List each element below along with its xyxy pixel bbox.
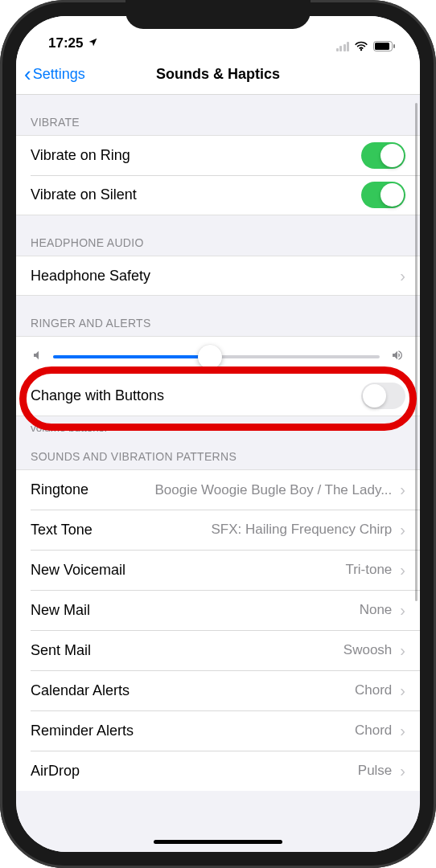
speaker-high-icon — [389, 349, 405, 365]
chevron-left-icon: ‹ — [24, 63, 31, 84]
calendar-alerts-value: Chord — [130, 682, 392, 698]
volume-slider-thumb[interactable] — [198, 345, 222, 369]
chevron-right-icon: › — [400, 561, 405, 579]
chevron-right-icon: › — [400, 601, 405, 620]
section-header-patterns: SOUNDS AND VIBRATION PATTERNS — [16, 436, 420, 469]
calendar-alerts-label: Calendar Alerts — [31, 682, 130, 699]
chevron-right-icon: › — [400, 762, 405, 780]
row-ringtone[interactable]: Ringtone Boogie Woogie Bugle Boy / The L… — [16, 469, 420, 510]
settings-content[interactable]: VIBRATE Vibrate on Ring Vibrate on Silen… — [16, 95, 420, 852]
chevron-right-icon: › — [400, 481, 405, 499]
row-text-tone[interactable]: Text Tone SFX: Hailing Frequency Chirp › — [16, 510, 420, 550]
notch — [125, 0, 311, 29]
change-with-buttons-label: Change with Buttons — [31, 387, 164, 404]
change-with-buttons-toggle[interactable] — [361, 383, 405, 409]
vibrate-ring-label: Vibrate on Ring — [31, 147, 130, 164]
vibrate-silent-label: Vibrate on Silent — [31, 186, 137, 203]
reminder-alerts-value: Chord — [134, 723, 392, 739]
row-vibrate-on-silent[interactable]: Vibrate on Silent — [16, 175, 420, 215]
headphone-safety-label: Headphone Safety — [31, 268, 150, 285]
wifi-icon — [354, 41, 368, 51]
row-headphone-safety[interactable]: Headphone Safety › — [16, 256, 420, 296]
battery-icon — [373, 41, 396, 51]
nav-header: ‹ Settings Sounds & Haptics — [16, 55, 420, 95]
row-airdrop[interactable]: AirDrop Pulse › — [16, 751, 420, 791]
text-tone-label: Text Tone — [31, 522, 93, 538]
row-change-with-buttons[interactable]: Change with Buttons — [16, 376, 420, 416]
phone-frame: 17:25 ‹ Settings Sounds & Hapti — [0, 0, 436, 868]
chevron-right-icon: › — [400, 722, 405, 740]
chevron-right-icon: › — [400, 521, 405, 539]
volume-slider[interactable] — [53, 355, 380, 358]
section-header-vibrate: VIBRATE — [16, 95, 420, 135]
new-mail-value: None — [90, 602, 392, 618]
vibrate-silent-toggle[interactable] — [361, 182, 405, 208]
row-new-voicemail[interactable]: New Voicemail Tri-tone › — [16, 550, 420, 590]
new-mail-label: New Mail — [31, 602, 90, 619]
ringer-footer-note: volume buttons. — [16, 416, 420, 436]
chevron-right-icon: › — [400, 267, 405, 285]
svg-rect-2 — [393, 44, 395, 48]
svg-rect-1 — [375, 43, 389, 50]
row-sent-mail[interactable]: Sent Mail Swoosh › — [16, 630, 420, 670]
row-volume-slider[interactable] — [16, 336, 420, 376]
status-time: 17:25 — [48, 35, 83, 51]
ringtone-value: Boogie Woogie Bugle Boy / The Lady... — [88, 482, 392, 498]
chevron-right-icon: › — [400, 641, 405, 660]
sent-mail-label: Sent Mail — [31, 642, 91, 659]
reminder-alerts-label: Reminder Alerts — [31, 723, 134, 739]
row-reminder-alerts[interactable]: Reminder Alerts Chord › — [16, 710, 420, 751]
back-label: Settings — [33, 66, 85, 83]
airdrop-label: AirDrop — [31, 763, 80, 780]
airdrop-value: Pulse — [80, 763, 392, 779]
back-button[interactable]: ‹ Settings — [16, 65, 85, 84]
row-calendar-alerts[interactable]: Calendar Alerts Chord › — [16, 670, 420, 710]
home-indicator[interactable] — [154, 840, 282, 844]
section-header-headphone: HEADPHONE AUDIO — [16, 215, 420, 256]
row-vibrate-on-ring[interactable]: Vibrate on Ring — [16, 135, 420, 175]
location-icon — [88, 37, 98, 50]
row-new-mail[interactable]: New Mail None › — [16, 590, 420, 630]
vibrate-ring-toggle[interactable] — [361, 142, 405, 169]
ringtone-label: Ringtone — [31, 481, 88, 498]
text-tone-value: SFX: Hailing Frequency Chirp — [93, 522, 393, 538]
sent-mail-value: Swoosh — [91, 642, 392, 658]
page-title: Sounds & Haptics — [156, 66, 280, 83]
chevron-right-icon: › — [400, 682, 405, 700]
new-voicemail-value: Tri-tone — [125, 562, 392, 578]
speaker-low-icon — [31, 349, 43, 365]
new-voicemail-label: New Voicemail — [31, 562, 125, 579]
section-header-ringer: RINGER AND ALERTS — [16, 296, 420, 336]
scrollbar-indicator — [415, 103, 417, 601]
screen: 17:25 ‹ Settings Sounds & Hapti — [16, 16, 420, 852]
cellular-signal-icon — [336, 42, 350, 51]
